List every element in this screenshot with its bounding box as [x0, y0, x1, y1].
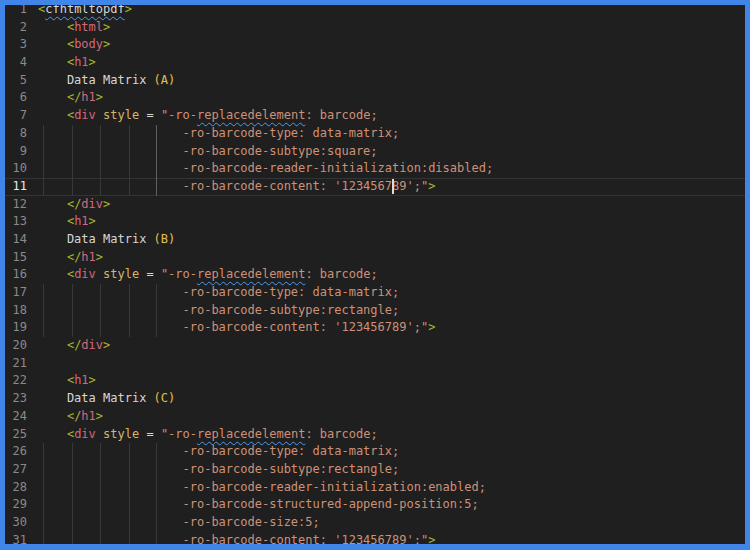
code-text: -ro-barcode-reader-initialization:disabl… — [38, 160, 745, 178]
code-line[interactable]: 21 — [5, 355, 745, 373]
line-number[interactable]: 14 — [5, 231, 27, 249]
code-text: Data Matrix (B) — [38, 231, 745, 249]
code-line[interactable]: 16 <div style = "-ro-replacedelement: ba… — [5, 266, 745, 284]
indent-guide — [43, 319, 44, 337]
code-line[interactable]: 19 -ro-barcode-content: '123456789';"> — [5, 319, 745, 337]
code-line[interactable]: 4 <h1> — [5, 54, 745, 72]
line-number[interactable]: 24 — [5, 408, 27, 426]
line-number[interactable]: 15 — [5, 249, 27, 267]
code-token — [96, 267, 103, 281]
code-line[interactable]: 8 -ro-barcode-type: data-matrix; — [5, 125, 745, 143]
line-number[interactable]: 11 — [5, 178, 27, 196]
indent-guide — [129, 284, 130, 302]
code-token — [38, 37, 67, 51]
code-line[interactable]: 13 <h1> — [5, 213, 745, 231]
line-number[interactable]: 12 — [5, 196, 27, 214]
code-token — [38, 285, 183, 299]
code-token: </ — [67, 197, 81, 211]
code-line[interactable]: 3 <body> — [5, 36, 745, 54]
code-line[interactable]: 26 -ro-barcode-type: data-matrix; — [5, 443, 745, 461]
line-number[interactable]: 21 — [5, 355, 27, 373]
code-line[interactable]: 2 <html> — [5, 19, 745, 37]
line-number[interactable]: 13 — [5, 213, 27, 231]
code-text: -ro-barcode-size:5; — [38, 514, 745, 532]
line-number[interactable]: 4 — [5, 54, 27, 72]
code-line[interactable]: 30 -ro-barcode-size:5; — [5, 514, 745, 532]
code-token: > — [428, 179, 435, 193]
code-line[interactable]: 20 </div> — [5, 337, 745, 355]
code-text: -ro-barcode-content: '123456789';"> — [38, 532, 745, 550]
line-number[interactable]: 22 — [5, 372, 27, 390]
line-number[interactable]: 9 — [5, 143, 27, 161]
line-number[interactable]: 6 — [5, 89, 27, 107]
code-line[interactable]: 11 -ro-barcode-content: '123456789';"> — [5, 178, 745, 196]
code-text: </h1> — [38, 408, 745, 426]
code-line[interactable]: 25 <div style = "-ro-replacedelement: ba… — [5, 426, 745, 444]
code-token: > — [103, 20, 110, 34]
code-text: -ro-barcode-subtype:rectangle; — [38, 461, 745, 479]
line-number[interactable]: 3 — [5, 36, 27, 54]
code-token: style — [103, 108, 139, 122]
line-number[interactable]: 26 — [5, 443, 27, 461]
code-line[interactable]: 14 Data Matrix (B) — [5, 231, 745, 249]
line-number[interactable]: 18 — [5, 302, 27, 320]
line-number[interactable]: 29 — [5, 496, 27, 514]
line-number[interactable]: 25 — [5, 426, 27, 444]
code-line[interactable]: 29 -ro-barcode-structured-append-positio… — [5, 496, 745, 514]
indent-guide — [156, 443, 157, 461]
code-token: > — [125, 2, 132, 16]
indent-guide — [100, 479, 101, 497]
code-line[interactable]: 9 -ro-barcode-subtype:square; — [5, 143, 745, 161]
code-text: <h1> — [38, 54, 745, 72]
code-token: Data Matrix — [38, 232, 154, 246]
code-token: > — [103, 37, 110, 51]
line-number[interactable]: 27 — [5, 461, 27, 479]
code-token — [38, 214, 67, 228]
code-line[interactable]: 10 -ro-barcode-reader-initialization:dis… — [5, 160, 745, 178]
code-text: <div style = "-ro-replacedelement: barco… — [38, 266, 745, 284]
line-number[interactable]: 23 — [5, 390, 27, 408]
code-line[interactable]: 6 </h1> — [5, 89, 745, 107]
code-token: div — [74, 108, 96, 122]
code-token — [38, 20, 67, 34]
code-line[interactable]: 28 -ro-barcode-reader-initialization:ena… — [5, 479, 745, 497]
line-number[interactable]: 8 — [5, 125, 27, 143]
code-line[interactable]: 5 Data Matrix (A) — [5, 72, 745, 90]
code-text: <cfhtmltopdf> — [38, 1, 745, 19]
code-line[interactable]: 22 <h1> — [5, 372, 745, 390]
indent-guide — [100, 178, 101, 196]
code-line[interactable]: 12 </div> — [5, 196, 745, 214]
code-line[interactable]: 27 -ro-barcode-subtype:rectangle; — [5, 461, 745, 479]
line-number[interactable]: 5 — [5, 72, 27, 90]
code-text: -ro-barcode-content: '123456789';"> — [38, 319, 745, 337]
indent-guide — [72, 319, 73, 337]
code-line[interactable]: 1<cfhtmltopdf> — [5, 1, 745, 19]
code-token — [38, 497, 183, 511]
indent-guide — [72, 496, 73, 514]
line-number[interactable]: 20 — [5, 337, 27, 355]
line-number[interactable]: 31 — [5, 532, 27, 550]
code-line[interactable]: 31 -ro-barcode-content: '123456789';"> — [5, 532, 745, 550]
code-line[interactable]: 23 Data Matrix (C) — [5, 390, 745, 408]
code-token: -ro-barcode-subtype:rectangle; — [183, 462, 400, 476]
code-area[interactable]: 1<cfhtmltopdf>2 <html>3 <body>4 <h1>5 Da… — [5, 1, 745, 549]
code-line[interactable]: 15 </h1> — [5, 249, 745, 267]
line-number[interactable]: 16 — [5, 266, 27, 284]
line-number[interactable]: 2 — [5, 19, 27, 37]
line-number[interactable]: 30 — [5, 514, 27, 532]
code-line[interactable]: 17 -ro-barcode-type: data-matrix; — [5, 284, 745, 302]
code-text: Data Matrix (C) — [38, 390, 745, 408]
line-number[interactable]: 28 — [5, 479, 27, 497]
line-number[interactable]: 10 — [5, 160, 27, 178]
code-line[interactable]: 24 </h1> — [5, 408, 745, 426]
line-number[interactable]: 17 — [5, 284, 27, 302]
indent-guide — [156, 160, 157, 178]
line-number[interactable]: 7 — [5, 107, 27, 125]
code-token — [38, 55, 67, 69]
code-line[interactable]: 18 -ro-barcode-subtype:rectangle; — [5, 302, 745, 320]
line-number[interactable]: 19 — [5, 319, 27, 337]
line-number[interactable]: 1 — [5, 1, 27, 19]
code-token — [38, 515, 183, 529]
code-line[interactable]: 7 <div style = "-ro-replacedelement: bar… — [5, 107, 745, 125]
indent-guide — [100, 284, 101, 302]
